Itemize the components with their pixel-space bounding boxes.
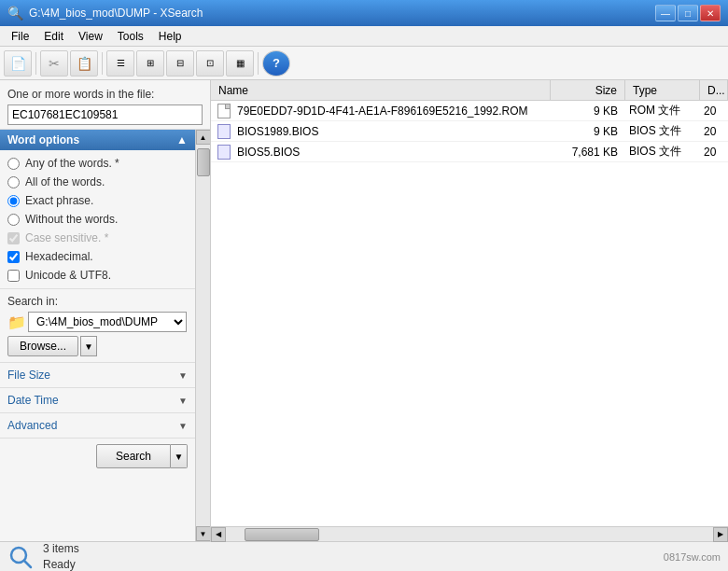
hscroll-right-arrow[interactable]: ▶ [713, 527, 728, 542]
col-header-type[interactable]: Type [625, 80, 700, 100]
toolbar-btn-copy[interactable]: 📋 [70, 50, 98, 77]
option-all-words[interactable]: All of the words. [7, 173, 188, 191]
scroll-thumb[interactable] [197, 148, 210, 176]
file-date-1: 20 [700, 104, 728, 118]
watermark: 0817sw.com [664, 551, 721, 563]
hscroll-thumb[interactable] [245, 528, 319, 541]
title-bar: 🔍 G:\4M_bios_mod\DUMP - XSearch — □ ✕ [0, 0, 728, 26]
file-list: 79E0EDD7-9D1D-4F41-AE1A-F896169E5216_199… [211, 101, 728, 526]
checkbox-unicode[interactable] [7, 270, 20, 282]
app-icon: 🔍 [7, 6, 23, 21]
search-input[interactable] [7, 104, 203, 125]
search-path-select[interactable]: G:\4M_bios_mod\DUMP [28, 312, 187, 332]
toolbar-btn-cut[interactable]: ✂ [40, 50, 68, 77]
file-size-expand-icon: ▼ [178, 370, 188, 381]
advanced-header[interactable]: Advanced ▼ [0, 413, 195, 438]
browse-button[interactable]: Browse... [7, 336, 78, 356]
search-in-label: Search in: [7, 295, 188, 308]
radio-any-words[interactable] [7, 158, 20, 170]
menu-file[interactable]: File [4, 28, 36, 44]
search-button-dropdown[interactable]: ▼ [171, 444, 188, 468]
menu-tools[interactable]: Tools [110, 28, 151, 44]
file-size-2: 9 KB [551, 125, 625, 138]
toolbar-btn-1[interactable]: 📄 [4, 50, 32, 77]
col-header-date[interactable]: D... [700, 80, 728, 100]
toolbar-btn-list1[interactable]: ☰ [106, 50, 134, 77]
file-content-label: One or more words in the file: [7, 88, 203, 101]
toolbar-btn-help[interactable]: ? [262, 50, 290, 77]
search-button[interactable]: Search [96, 444, 171, 468]
file-list-header: Name Size Type D... [211, 80, 728, 101]
file-name-1: 79E0EDD7-9D1D-4F41-AE1A-F896169E5216_199… [233, 104, 551, 118]
toolbar-btn-list2[interactable]: ⊞ [136, 50, 164, 77]
file-size-section: File Size ▼ [0, 362, 195, 387]
advanced-expand-icon: ▼ [178, 421, 188, 431]
word-options-header[interactable]: Word options ▲ [0, 130, 195, 150]
file-type-2: BIOS 文件 [625, 123, 700, 139]
minimize-button[interactable]: — [655, 5, 676, 21]
date-time-header[interactable]: Date Time ▼ [0, 388, 195, 412]
option-hexadecimal[interactable]: Hexadecimal. [7, 247, 188, 266]
file-icon-1 [215, 104, 233, 118]
browse-dropdown-button[interactable]: ▼ [80, 336, 97, 356]
option-case-sensitive[interactable]: Case sensitive. * [7, 229, 188, 247]
toolbar-sep-2 [102, 52, 103, 75]
search-in-section: Search in: 📁 G:\4M_bios_mod\DUMP Browse.… [0, 288, 195, 362]
file-date-3: 20 [700, 146, 728, 159]
table-row[interactable]: 79E0EDD7-9D1D-4F41-AE1A-F896169E5216_199… [211, 101, 728, 121]
window-title: G:\4M_bios_mod\DUMP - XSearch [29, 7, 203, 20]
file-type-3: BIOS 文件 [625, 144, 700, 160]
col-header-name[interactable]: Name [211, 80, 551, 100]
scroll-down-arrow[interactable]: ▼ [196, 526, 211, 541]
option-without-words[interactable]: Without the words. [7, 210, 188, 229]
date-time-expand-icon: ▼ [178, 396, 188, 406]
table-row[interactable]: BIOS1989.BIOS 9 KB BIOS 文件 20 [211, 121, 728, 142]
maximize-button[interactable]: □ [678, 5, 698, 21]
toolbar-btn-list5[interactable]: ▦ [226, 50, 254, 77]
option-any-words[interactable]: Any of the words. * [7, 154, 188, 173]
menu-bar: File Edit View Tools Help [0, 26, 728, 47]
toolbar-btn-list4[interactable]: ⊡ [196, 50, 224, 77]
word-options-content: Any of the words. * All of the words. Ex… [0, 150, 195, 288]
left-panel-scrollbar[interactable]: ▲ ▼ [195, 130, 210, 541]
radio-all-words[interactable] [7, 176, 20, 188]
hscroll-track [226, 527, 713, 542]
menu-help[interactable]: Help [151, 28, 189, 44]
search-button-row: Search ▼ [0, 438, 195, 474]
status-bar: 3 items Ready 0817sw.com [0, 541, 728, 571]
items-count: 3 items [43, 541, 79, 557]
file-name-2: BIOS1989.BIOS [233, 125, 551, 138]
file-icon-2 [215, 124, 233, 139]
toolbar-sep-3 [258, 52, 259, 75]
file-size-1: 9 KB [551, 104, 625, 118]
right-panel: Name Size Type D... 79E0EDD7-9D1D-4F41-A… [211, 80, 728, 541]
scroll-up-arrow[interactable]: ▲ [196, 130, 211, 145]
file-type-1: ROM 文件 [625, 103, 700, 118]
main-container: One or more words in the file: Word opti… [0, 80, 728, 541]
file-size-header[interactable]: File Size ▼ [0, 363, 195, 387]
left-panel: One or more words in the file: Word opti… [0, 80, 211, 541]
advanced-section: Advanced ▼ [0, 412, 195, 438]
col-header-size[interactable]: Size [551, 80, 625, 100]
collapse-icon: ▲ [176, 133, 188, 146]
checkbox-hexadecimal[interactable] [7, 251, 20, 263]
file-date-2: 20 [700, 125, 728, 138]
option-exact-phrase[interactable]: Exact phrase. [7, 191, 188, 210]
option-unicode[interactable]: Unicode & UTF8. [7, 266, 188, 285]
close-button[interactable]: ✕ [700, 5, 721, 21]
hscroll-left-arrow[interactable]: ◀ [211, 527, 226, 542]
toolbar: 📄 ✂ 📋 ☰ ⊞ ⊟ ⊡ ▦ ? [0, 47, 728, 80]
horizontal-scrollbar[interactable]: ◀ ▶ [211, 526, 728, 541]
toolbar-btn-list3[interactable]: ⊟ [166, 50, 194, 77]
status-text: 3 items Ready [43, 541, 79, 571]
radio-without-words[interactable] [7, 214, 20, 226]
menu-view[interactable]: View [71, 28, 110, 44]
date-time-label: Date Time [7, 394, 59, 407]
file-icon-3 [215, 145, 233, 160]
radio-exact-phrase[interactable] [7, 195, 20, 207]
table-row[interactable]: BIOS5.BIOS 7,681 KB BIOS 文件 20 [211, 142, 728, 162]
file-name-3: BIOS5.BIOS [233, 146, 551, 159]
menu-edit[interactable]: Edit [36, 28, 71, 44]
file-size-label: File Size [7, 369, 50, 382]
checkbox-case-sensitive[interactable] [7, 232, 20, 244]
